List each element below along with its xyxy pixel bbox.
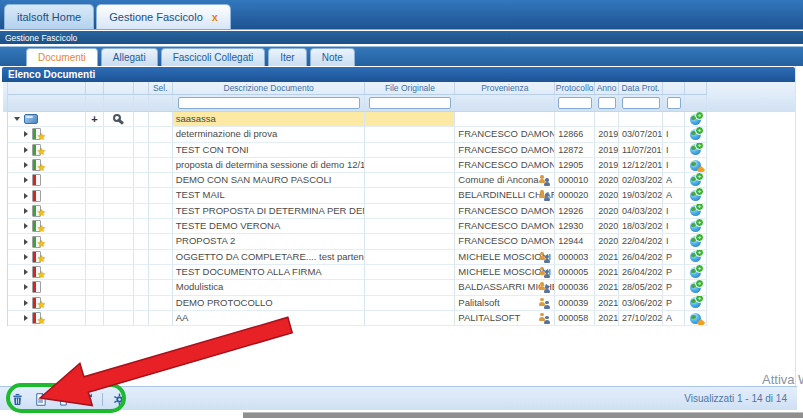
col-header-desc[interactable]: Descrizione Documento bbox=[173, 82, 366, 94]
table-row[interactable]: DEMO PROTOCOLLOPalitalsoft000039202103/0… bbox=[8, 296, 707, 311]
table-row[interactable]: determinazione di provaFRANCESCO DAMONTI… bbox=[8, 127, 707, 142]
col-header-sel[interactable]: Sel. bbox=[149, 82, 173, 94]
globe-cell[interactable] bbox=[685, 296, 707, 310]
globe-cell[interactable] bbox=[685, 143, 707, 157]
description-cell[interactable]: AA bbox=[173, 311, 366, 325]
export-file-icon[interactable] bbox=[33, 392, 47, 406]
description-cell[interactable]: TEST CON TONI bbox=[173, 143, 366, 157]
sel-cell[interactable] bbox=[149, 188, 173, 202]
collapse-icon[interactable] bbox=[14, 117, 20, 121]
tab-fascicoli-collegati[interactable]: Fascicoli Collegati bbox=[161, 48, 266, 66]
description-cell[interactable]: TESTE DEMO VERONA bbox=[173, 219, 366, 233]
tab-iter[interactable]: Iter bbox=[268, 48, 306, 66]
globe-cell[interactable] bbox=[685, 311, 707, 325]
table-row[interactable]: TESTE DEMO VERONAFRANCESCO DAMONTI129302… bbox=[8, 219, 707, 234]
sel-cell[interactable] bbox=[149, 173, 173, 187]
expand-icon[interactable] bbox=[24, 131, 28, 137]
globe-add-icon[interactable] bbox=[690, 236, 701, 247]
globe-add-icon[interactable] bbox=[690, 221, 701, 232]
expand-icon[interactable] bbox=[24, 162, 28, 168]
description-cell[interactable]: PROPOSTA 2 bbox=[173, 234, 366, 248]
refresh-icon[interactable] bbox=[79, 392, 93, 406]
filter-input-tipo[interactable] bbox=[667, 97, 681, 109]
col-header-file[interactable]: File Originale bbox=[365, 82, 455, 94]
description-cell[interactable]: TEST DOCUMENTO ALLA FIRMA bbox=[173, 265, 366, 279]
expand-icon[interactable] bbox=[24, 284, 28, 290]
globe-cell[interactable] bbox=[685, 234, 707, 248]
description-cell[interactable]: DEMO CON SAN MAURO PASCOLI bbox=[173, 173, 366, 187]
sel-cell[interactable] bbox=[149, 219, 173, 233]
close-tab-icon[interactable]: x bbox=[212, 12, 218, 22]
sel-cell[interactable] bbox=[149, 143, 173, 157]
table-row[interactable]: ModulisticaBALDASSARRI MICHELI0000362021… bbox=[8, 280, 707, 295]
description-cell[interactable]: saasassa bbox=[173, 112, 366, 126]
filter-input-file[interactable] bbox=[369, 97, 451, 109]
expand-icon[interactable] bbox=[24, 315, 28, 321]
sel-cell[interactable] bbox=[149, 280, 173, 294]
tab-italsoft-home[interactable]: italsoft Home bbox=[4, 4, 94, 29]
sel-cell[interactable] bbox=[149, 204, 173, 218]
globe-edit-icon[interactable] bbox=[690, 160, 701, 171]
globe-add-icon[interactable] bbox=[690, 267, 701, 278]
description-cell[interactable]: DEMO PROTOCOLLO bbox=[173, 296, 366, 310]
col-header-prot[interactable]: Protocollo bbox=[555, 82, 595, 94]
expand-icon[interactable] bbox=[24, 208, 28, 214]
globe-cell[interactable] bbox=[685, 204, 707, 218]
tab-allegati[interactable]: Allegati bbox=[101, 48, 158, 66]
globe-add-icon[interactable] bbox=[690, 175, 701, 186]
globe-add-icon[interactable] bbox=[690, 282, 701, 293]
globe-add-icon[interactable] bbox=[690, 251, 701, 262]
key-cell[interactable] bbox=[104, 112, 134, 126]
table-row[interactable]: DEMO CON SAN MAURO PASCOLIComune di Anco… bbox=[8, 173, 707, 188]
table-row[interactable]: AAPALITALSOFT000058202127/10/2021A bbox=[8, 311, 707, 326]
table-row[interactable]: TEST MAILBELARDINELLI CHIARA000020202019… bbox=[8, 188, 707, 203]
globe-cell[interactable] bbox=[685, 173, 707, 187]
description-cell[interactable]: OGGETTO DA COMPLETARE.... test partenza bbox=[173, 250, 366, 264]
table-row[interactable]: proposta di determina sessione di demo 1… bbox=[8, 158, 707, 173]
globe-cell[interactable] bbox=[685, 188, 707, 202]
expand-icon[interactable] bbox=[24, 147, 28, 153]
globe-cell[interactable] bbox=[685, 265, 707, 279]
expand-icon[interactable] bbox=[24, 177, 28, 183]
table-row[interactable]: TEST PROPOSTA DI DETERMINA PER DEMO CASS… bbox=[8, 204, 707, 219]
table-row[interactable]: +saasassa bbox=[8, 112, 707, 127]
filter-input-anno[interactable] bbox=[598, 97, 616, 109]
description-cell[interactable]: TEST MAIL bbox=[173, 188, 366, 202]
expand-icon[interactable] bbox=[24, 239, 28, 245]
globe-add-icon[interactable] bbox=[690, 129, 701, 140]
add-icon[interactable]: + bbox=[91, 112, 97, 126]
globe-add-icon[interactable] bbox=[690, 297, 701, 308]
col-header-data[interactable]: Data Prot. bbox=[619, 82, 663, 94]
sel-cell[interactable] bbox=[149, 311, 173, 325]
description-cell[interactable]: Modulistica bbox=[173, 280, 366, 294]
wrench-key-icon[interactable] bbox=[112, 113, 124, 125]
delete-icon[interactable] bbox=[10, 392, 24, 406]
table-row[interactable]: PROPOSTA 2FRANCESCO DAMONTI12944202022/0… bbox=[8, 234, 707, 249]
table-row[interactable]: TEST CON TONIFRANCESCO DAMONTI1287220191… bbox=[8, 143, 707, 158]
globe-edit-icon[interactable] bbox=[690, 313, 701, 324]
expand-icon[interactable] bbox=[24, 254, 28, 260]
globe-add-icon[interactable] bbox=[690, 205, 701, 216]
globe-add-icon[interactable] bbox=[690, 144, 701, 155]
sel-cell[interactable] bbox=[149, 296, 173, 310]
globe-add-icon[interactable] bbox=[690, 190, 701, 201]
expand-icon[interactable] bbox=[24, 269, 28, 275]
globe-cell[interactable] bbox=[685, 158, 707, 172]
expand-icon[interactable] bbox=[24, 193, 28, 199]
description-cell[interactable]: TEST PROPOSTA DI DETERMINA PER DEMO CASS… bbox=[173, 204, 366, 218]
globe-add-icon[interactable] bbox=[690, 114, 701, 125]
tab-documenti[interactable]: Documenti bbox=[26, 48, 98, 66]
globe-cell[interactable] bbox=[685, 250, 707, 264]
sel-cell[interactable] bbox=[149, 234, 173, 248]
print-icon[interactable] bbox=[56, 392, 70, 406]
sel-cell[interactable] bbox=[149, 127, 173, 141]
sel-cell[interactable] bbox=[149, 112, 173, 126]
tab-note[interactable]: Note bbox=[310, 48, 355, 66]
globe-cell[interactable] bbox=[685, 112, 707, 126]
table-row[interactable]: TEST DOCUMENTO ALLA FIRMAMICHELE MOSCION… bbox=[8, 265, 707, 280]
expand-icon[interactable] bbox=[24, 223, 28, 229]
filter-input-prot[interactable] bbox=[558, 97, 592, 109]
add-cell[interactable]: + bbox=[86, 112, 104, 126]
sel-cell[interactable] bbox=[149, 265, 173, 279]
col-header-anno[interactable]: Anno bbox=[595, 82, 619, 94]
